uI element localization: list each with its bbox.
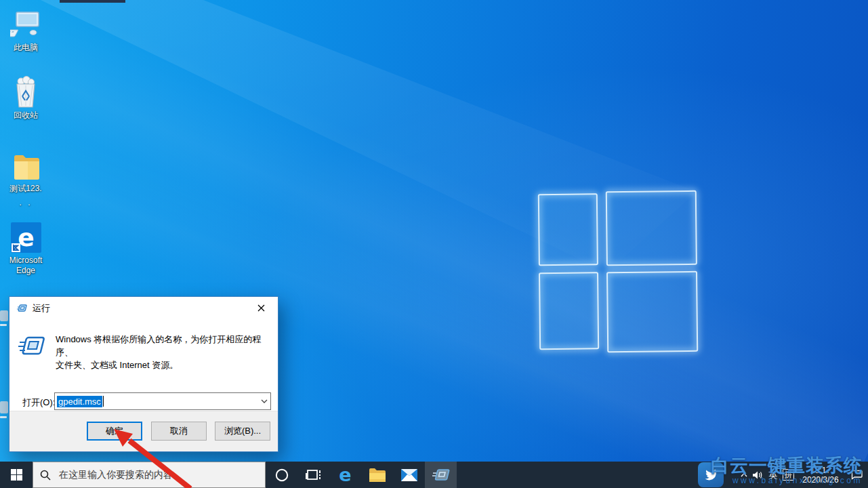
this-pc-icon xyxy=(0,8,51,41)
edge-icon: e xyxy=(0,221,51,253)
hidden-desktop-icon-label-sliver xyxy=(0,416,7,418)
desktop-icon-label: 测试123. xyxy=(0,184,51,194)
run-dialog-title: 运行 xyxy=(33,302,249,314)
task-view-icon xyxy=(306,468,322,483)
close-icon xyxy=(257,304,265,312)
ok-button[interactable]: 确定 xyxy=(87,422,142,441)
run-dialog-footer: 确定 取消 浏览(B)... xyxy=(9,411,278,451)
cortana-button[interactable] xyxy=(266,462,297,488)
open-label: 打开(O): xyxy=(22,396,55,409)
desktop-icon-label: 回收站 xyxy=(0,110,51,121)
run-input[interactable]: gpedit.msc xyxy=(54,392,271,410)
folder-icon xyxy=(0,149,51,182)
taskbar: 在这里输入你要搜索的内容 e xyxy=(0,462,868,488)
ime-pinyin-indicator[interactable]: 拼 xyxy=(783,469,794,481)
task-view-button[interactable] xyxy=(297,462,329,488)
ime-language-indicator[interactable]: 英 xyxy=(766,469,781,481)
close-button[interactable] xyxy=(249,300,272,317)
message-line-1: Windows 将根据你所输入的名称，为你打开相应的程序、 xyxy=(56,333,278,359)
start-button[interactable] xyxy=(0,462,33,488)
action-center-icon xyxy=(851,470,863,480)
hidden-desktop-icon-sliver xyxy=(0,310,8,321)
top-edge-artifact xyxy=(60,0,125,3)
run-dialog-titlebar[interactable]: 运行 xyxy=(9,297,278,319)
taskbar-edge-button[interactable]: e xyxy=(329,462,361,488)
run-input-selected-text: gpedit.msc xyxy=(57,396,102,407)
show-hidden-icons-button[interactable] xyxy=(739,472,749,477)
chevron-up-icon xyxy=(741,472,747,477)
hidden-desktop-icon-sliver xyxy=(0,401,8,413)
hidden-desktop-icon-label-sliver xyxy=(0,324,7,326)
text-caret xyxy=(103,396,104,407)
clock-date: 2020/3/26 xyxy=(796,475,845,485)
recycle-bin-icon xyxy=(0,76,51,108)
run-dialog-window: 运行 Windows 将根据你所输入的名称，为你打开相应的程序、 文件夹、文档或… xyxy=(9,296,278,452)
combo-dropdown-button[interactable] xyxy=(257,393,270,409)
system-tray: 英 拼 18:17 2020/3/26 xyxy=(739,462,868,488)
run-icon xyxy=(17,303,28,314)
desktop-icon-label: 此电脑 xyxy=(0,43,51,53)
chevron-down-icon xyxy=(261,399,268,403)
cortana-icon xyxy=(274,468,289,483)
browse-button[interactable]: 浏览(B)... xyxy=(215,422,270,441)
search-icon xyxy=(40,470,51,481)
taskbar-run-button[interactable] xyxy=(425,462,457,488)
taskbar-search-input[interactable]: 在这里输入你要搜索的内容 xyxy=(33,462,266,488)
run-dialog-body: Windows 将根据你所输入的名称，为你打开相应的程序、 文件夹、文档或 In… xyxy=(9,319,278,414)
run-dialog-message: Windows 将根据你所输入的名称，为你打开相应的程序、 文件夹、文档或 In… xyxy=(56,333,278,371)
search-placeholder: 在这里输入你要搜索的内容 xyxy=(59,469,173,481)
cancel-button[interactable]: 取消 xyxy=(151,422,207,441)
clock[interactable]: 18:17 2020/3/26 xyxy=(796,466,845,485)
taskbar-file-explorer-button[interactable] xyxy=(361,462,393,488)
clock-time: 18:17 xyxy=(796,466,845,475)
start-icon xyxy=(11,469,22,481)
volume-button[interactable] xyxy=(749,470,766,480)
desktop-icon-label-overflow: . . xyxy=(0,198,51,208)
desktop-icon-test-folder[interactable]: 测试123. . . xyxy=(0,149,51,208)
action-center-button[interactable] xyxy=(845,470,868,480)
edge-icon: e xyxy=(339,464,351,485)
speaker-icon xyxy=(752,470,763,480)
file-explorer-icon xyxy=(369,468,386,483)
run-icon-large xyxy=(18,333,45,363)
mail-icon xyxy=(400,468,418,482)
desktop-icon-recycle-bin[interactable]: 回收站 xyxy=(0,76,51,121)
message-line-2: 文件夹、文档或 Internet 资源。 xyxy=(56,359,278,371)
desktop-icon-label: Microsoft Edge xyxy=(0,256,51,276)
desktop-icon-edge[interactable]: e Microsoft Edge xyxy=(0,221,51,276)
taskbar-mail-button[interactable] xyxy=(393,462,425,488)
run-icon xyxy=(432,467,450,483)
desktop-icon-this-pc[interactable]: 此电脑 xyxy=(0,8,51,53)
